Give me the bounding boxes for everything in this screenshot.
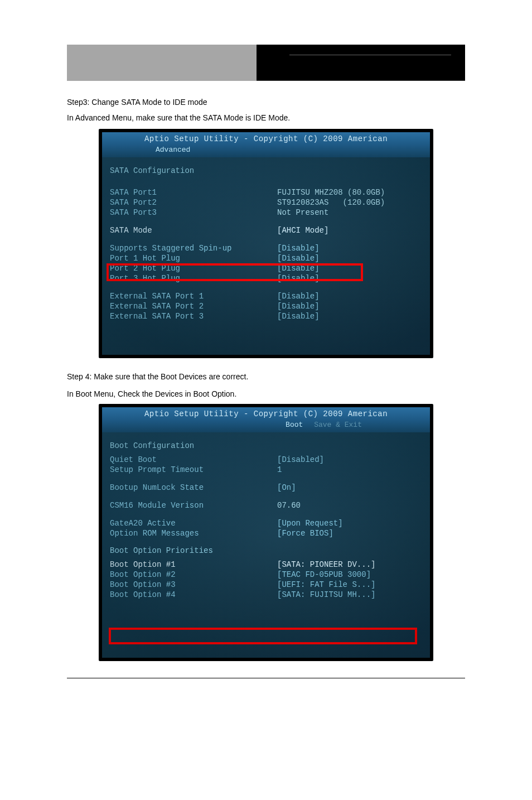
- boot-option-2-label: Boot Option #2: [110, 570, 277, 579]
- step3-note: In Advanced Menu, make sure that the SAT…: [67, 113, 465, 122]
- sata-port1-row: SATA Port1 FUJITSU MHZ208 (80.0GB): [110, 187, 422, 197]
- spacer: [110, 538, 422, 546]
- header-right-block: [257, 45, 465, 81]
- bios-titlebar: Aptio Setup Utility - Copyright (C) 2009…: [102, 132, 430, 144]
- ext-sata2-label: External SATA Port 2: [110, 302, 277, 311]
- spacer: [110, 283, 422, 291]
- spacer: [110, 180, 422, 187]
- bios-body-advanced: SATA Configuration SATA Port1 FUJITSU MH…: [102, 157, 430, 355]
- footer-divider: [67, 678, 465, 678]
- header-underline: [289, 55, 451, 55]
- boot-option-4-label: Boot Option #4: [110, 590, 277, 599]
- numlock-label: Bootup NumLock State: [110, 483, 277, 492]
- ext-sata1-value[interactable]: [Disable]: [277, 292, 422, 301]
- bios-body-boot: Boot Configuration Quiet Boot [Disabled]…: [102, 432, 430, 658]
- ext-sata2-row[interactable]: External SATA Port 2 [Disable]: [110, 301, 422, 311]
- numlock-value[interactable]: [On]: [277, 483, 422, 492]
- tab-spacer-left: [170, 421, 274, 429]
- quiet-boot-row[interactable]: Quiet Boot [Disabled]: [110, 455, 422, 465]
- boot-option-4-value[interactable]: [SATA: FUJITSU MH...]: [277, 590, 422, 599]
- sata-port3-value: Not Present: [277, 208, 422, 217]
- staggered-spinup-row[interactable]: Supports Staggered Spin-up [Disable]: [110, 243, 422, 253]
- sata-port3-row: SATA Port3 Not Present: [110, 208, 422, 218]
- step4-title: Step 4: Make sure that the Boot Devices …: [67, 372, 465, 381]
- sata-mode-value[interactable]: [AHCI Mode]: [277, 226, 422, 235]
- spacer: [110, 475, 422, 483]
- sata-mode-row[interactable]: SATA Mode [AHCI Mode]: [110, 225, 422, 235]
- boot-option-3-row[interactable]: Boot Option #3 [UEFI: FAT File S...]: [110, 580, 422, 590]
- bios-tab-row: Advanced: [102, 144, 430, 157]
- boot-option-2-value[interactable]: [TEAC FD-05PUB 3000]: [277, 570, 422, 579]
- boot-option-3-value[interactable]: [UEFI: FAT File S...]: [277, 580, 422, 589]
- port1-hotplug-row[interactable]: Port 1 Hot Plug [Disable]: [110, 253, 422, 263]
- setup-prompt-row[interactable]: Setup Prompt Timeout 1: [110, 465, 422, 475]
- spacer: [110, 493, 422, 500]
- tab-advanced[interactable]: Advanced: [156, 146, 190, 154]
- ext-sata3-row[interactable]: External SATA Port 3 [Disable]: [110, 311, 422, 321]
- ext-sata3-label: External SATA Port 3: [110, 312, 277, 321]
- boot-config-heading: Boot Configuration: [110, 441, 422, 450]
- sata-port3-label: SATA Port3: [110, 208, 277, 217]
- spacer: [110, 218, 422, 225]
- csm-label: CSM16 Module Verison: [110, 501, 277, 510]
- sata-config-heading: SATA Configuration: [110, 166, 422, 175]
- sata-port1-label: SATA Port1: [110, 188, 277, 197]
- csm-row: CSM16 Module Verison 07.60: [110, 500, 422, 510]
- ext-sata1-row[interactable]: External SATA Port 1 [Disable]: [110, 291, 422, 301]
- bios-screenshot-advanced: Aptio Setup Utility - Copyright (C) 2009…: [99, 129, 433, 358]
- bios-tab-row-2: Boot Save & Exit: [102, 420, 430, 432]
- step3-title: Step3: Change SATA Mode to IDE mode: [67, 98, 465, 107]
- boot-option-3-label: Boot Option #3: [110, 580, 277, 589]
- bios-titlebar-2: Aptio Setup Utility - Copyright (C) 2009…: [102, 407, 430, 420]
- sata-mode-label: SATA Mode: [110, 226, 277, 235]
- tab-save-exit[interactable]: Save & Exit: [314, 421, 362, 429]
- highlight-sata-mode: [107, 263, 363, 281]
- oprom-value[interactable]: [Force BIOS]: [277, 529, 422, 538]
- csm-value: 07.60: [277, 501, 422, 510]
- boot-option-1-row[interactable]: Boot Option #1 [SATA: PIONEER DV...]: [110, 560, 422, 570]
- staggered-spinup-label: Supports Staggered Spin-up: [110, 244, 277, 253]
- sata-port2-row: SATA Port2 ST9120823AS (120.0GB): [110, 197, 422, 208]
- port1-hotplug-label: Port 1 Hot Plug: [110, 254, 277, 263]
- boot-option-2-row[interactable]: Boot Option #2 [TEAC FD-05PUB 3000]: [110, 570, 422, 580]
- bios-screenshot-boot: Aptio Setup Utility - Copyright (C) 2009…: [99, 404, 433, 661]
- quiet-boot-value[interactable]: [Disabled]: [277, 455, 422, 464]
- boot-option-1-value[interactable]: [SATA: PIONEER DV...]: [277, 560, 422, 569]
- spacer: [110, 510, 422, 518]
- boot-option-1-label: Boot Option #1: [110, 560, 277, 569]
- highlight-boot-option-1: [109, 628, 417, 644]
- gatea20-label: GateA20 Active: [110, 519, 277, 528]
- spacer: [110, 235, 422, 243]
- header-bar: [67, 45, 465, 81]
- gatea20-value[interactable]: [Upon Request]: [277, 519, 422, 528]
- setup-prompt-label: Setup Prompt Timeout: [110, 465, 277, 474]
- boot-priorities-heading: Boot Option Priorities: [110, 546, 422, 555]
- numlock-row[interactable]: Bootup NumLock State [On]: [110, 483, 422, 493]
- quiet-boot-label: Quiet Boot: [110, 455, 277, 464]
- oprom-row[interactable]: Option ROM Messages [Force BIOS]: [110, 528, 422, 538]
- sata-port1-value: FUJITSU MHZ208 (80.0GB): [277, 188, 422, 197]
- step4-note: In Boot Menu, Check the Devices in Boot …: [67, 389, 465, 398]
- document-page: Step3: Change SATA Mode to IDE mode In A…: [0, 0, 532, 701]
- tab-boot[interactable]: Boot: [286, 421, 303, 429]
- ext-sata1-label: External SATA Port 1: [110, 292, 277, 301]
- gatea20-row[interactable]: GateA20 Active [Upon Request]: [110, 518, 422, 528]
- setup-prompt-value[interactable]: 1: [277, 465, 422, 474]
- sata-port2-value: ST9120823AS (120.0GB): [277, 198, 422, 207]
- staggered-spinup-value[interactable]: [Disable]: [277, 244, 422, 253]
- boot-option-4-row[interactable]: Boot Option #4 [SATA: FUJITSU MH...]: [110, 590, 422, 600]
- sata-port2-label: SATA Port2: [110, 198, 277, 207]
- port1-hotplug-value[interactable]: [Disable]: [277, 254, 422, 263]
- header-left-block: [67, 45, 257, 81]
- oprom-label: Option ROM Messages: [110, 529, 277, 538]
- ext-sata2-value[interactable]: [Disable]: [277, 302, 422, 311]
- ext-sata3-value[interactable]: [Disable]: [277, 312, 422, 321]
